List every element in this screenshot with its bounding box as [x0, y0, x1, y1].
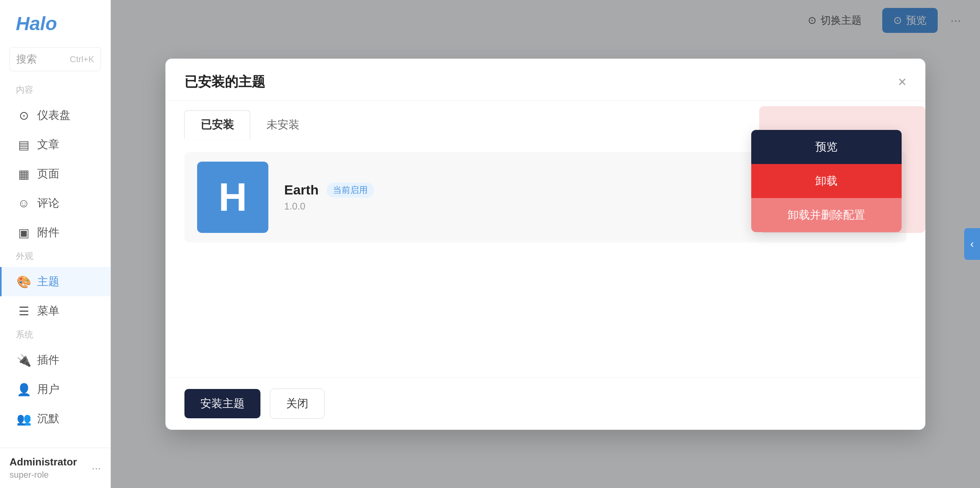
attachments-icon: ▣ [17, 226, 30, 239]
installed-themes-dialog: 已安装的主题 × 已安装 未安装 H [165, 59, 925, 430]
right-panel-toggle[interactable]: ‹ [964, 228, 980, 260]
username: Administrator [9, 456, 77, 468]
dialog-title: 已安装的主题 [184, 73, 265, 91]
install-theme-button[interactable]: 安装主题 [184, 389, 260, 418]
search-label: 搜索 [16, 52, 37, 66]
theme-active-badge: 当前启用 [327, 183, 374, 198]
sidebar: Halo 搜索 Ctrl+K 内容 ⊙ 仪表盘 ▤ 文章 ▦ 页面 ☺ 评论 ▣… [0, 0, 111, 488]
menus-icon: ☰ [17, 305, 30, 317]
users-icon: 👤 [17, 383, 30, 396]
sidebar-item-pages[interactable]: ▦ 页面 [0, 159, 110, 189]
section-label-appearance: 外观 [0, 247, 110, 267]
theme-version: 1.0.0 [284, 201, 801, 212]
theme-name-row: Earth 当前启用 [284, 182, 801, 198]
chevron-left-icon: ‹ [970, 238, 974, 250]
search-bar[interactable]: 搜索 Ctrl+K [9, 47, 101, 71]
sidebar-item-users[interactable]: 👤 用户 [0, 375, 110, 404]
sidebar-item-label: 文章 [37, 137, 59, 152]
sidebar-item-articles[interactable]: ▤ 文章 [0, 130, 110, 159]
sidebar-bottom: Administrator super-role ··· [0, 448, 110, 488]
comments-icon: ☺ [17, 197, 30, 210]
dropdown-uninstall-item[interactable]: 卸载 [751, 164, 902, 198]
sidebar-item-menus[interactable]: ☰ 菜单 [0, 296, 110, 326]
app-name: Halo [16, 13, 57, 34]
sidebar-item-roles[interactable]: 👥 沉默 [0, 404, 110, 433]
modal-overlay[interactable]: 已安装的主题 × 已安装 未安装 H [111, 0, 980, 488]
main-area: ⊙ 切换主题 ⊙ 预览 ··· 已安装的主题 × 已安装 未安装 [111, 0, 980, 488]
tab-not-installed[interactable]: 未安装 [250, 111, 316, 139]
pages-icon: ▦ [17, 168, 30, 180]
sidebar-item-label: 菜单 [37, 303, 59, 318]
dialog-header: 已安装的主题 × [165, 59, 925, 101]
sidebar-item-label: 主题 [37, 274, 59, 289]
sidebar-more-button[interactable]: ··· [92, 462, 101, 475]
section-label-content: 内容 [0, 81, 110, 101]
dialog-close-button[interactable]: × [898, 75, 906, 89]
sidebar-item-comments[interactable]: ☺ 评论 [0, 189, 110, 218]
tab-installed[interactable]: 已安装 [184, 111, 250, 139]
tab-not-installed-label: 未安装 [266, 118, 300, 131]
tab-installed-label: 已安装 [201, 118, 234, 131]
sidebar-user: Administrator super-role [9, 456, 77, 480]
sidebar-item-label: 评论 [37, 196, 59, 211]
themes-icon: 🎨 [17, 275, 30, 288]
theme-info: Earth 当前启用 1.0.0 [284, 182, 801, 212]
dropdown-preview-item[interactable]: 预览 [751, 130, 902, 164]
dropdown-uninstall-config-item[interactable]: 卸载并删除配置 [751, 198, 902, 232]
close-dialog-button[interactable]: 关闭 [270, 389, 325, 419]
app-logo: Halo [0, 0, 110, 47]
search-shortcut: Ctrl+K [70, 54, 94, 65]
theme-dropdown-menu: 预览 卸载 卸载并删除配置 [751, 130, 902, 232]
dialog-footer: 安装主题 关闭 [165, 377, 925, 430]
sidebar-item-attachments[interactable]: ▣ 附件 [0, 218, 110, 247]
sidebar-item-label: 附件 [37, 225, 59, 240]
sidebar-item-plugins[interactable]: 🔌 插件 [0, 345, 110, 375]
sidebar-item-label: 页面 [37, 166, 59, 181]
sidebar-item-label: 仪表盘 [37, 108, 70, 123]
sidebar-item-label: 插件 [37, 353, 59, 368]
sidebar-item-themes[interactable]: 🎨 主题 [0, 267, 110, 296]
sidebar-item-dashboard[interactable]: ⊙ 仪表盘 [0, 101, 110, 130]
articles-icon: ▤ [17, 138, 30, 151]
sidebar-item-label: 沉默 [37, 411, 59, 426]
theme-logo: H [197, 162, 268, 233]
section-label-system: 系统 [0, 326, 110, 345]
roles-icon: 👥 [17, 412, 30, 425]
sidebar-item-label: 用户 [37, 382, 59, 397]
user-role: super-role [9, 470, 77, 480]
plugins-icon: 🔌 [17, 354, 30, 366]
dashboard-icon: ⊙ [17, 109, 30, 122]
theme-name: Earth [284, 182, 319, 198]
theme-logo-letter: H [218, 174, 247, 220]
